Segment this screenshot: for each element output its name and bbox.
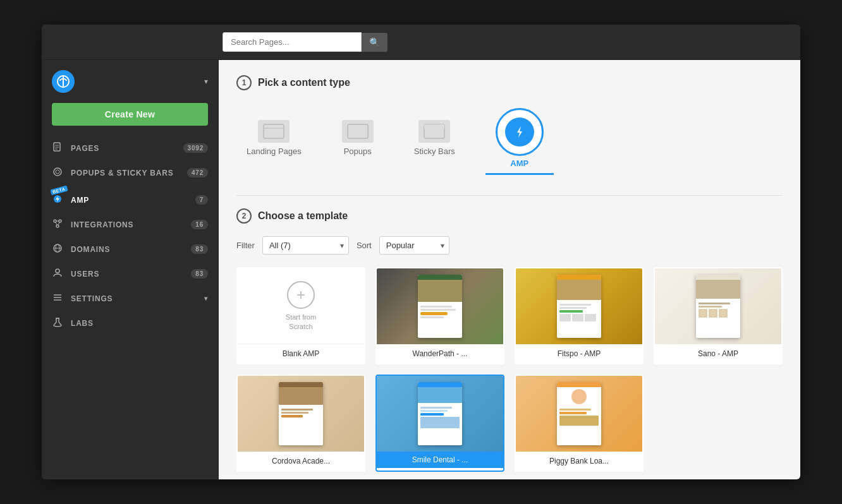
template-preview-piggy	[516, 376, 642, 452]
step1-title: Pick a content type	[258, 77, 350, 88]
filter-sort-row: Filter All (7) Ecommerce Lead Generation…	[236, 236, 783, 255]
domains-label: DOMAINS	[71, 245, 110, 254]
top-bar: 🔍	[42, 25, 800, 60]
svg-point-9	[54, 220, 56, 222]
template-name-blank: Blank AMP	[238, 344, 364, 363]
labs-label: LABS	[71, 319, 94, 328]
popups-badge: 472	[187, 168, 208, 177]
sort-label: Sort	[357, 241, 372, 250]
sidebar-item-popups[interactable]: POPUPS & STICKY BARS 472	[42, 160, 218, 185]
step2-title: Choose a template	[258, 210, 348, 222]
content-type-popups[interactable]: Popups	[332, 115, 384, 163]
template-name-cordova: Cordova Acade...	[238, 452, 364, 471]
sidebar-item-amp[interactable]: BETA AMP 7	[42, 185, 218, 212]
users-label: USERS	[71, 270, 99, 279]
template-preview-smile	[377, 376, 503, 452]
integrations-label: INTEGRATIONS	[71, 220, 133, 229]
popups-type-label: Popups	[344, 147, 372, 156]
template-name-piggy: Piggy Bank Loa...	[516, 452, 642, 471]
template-card-smile[interactable]: Smile Dental - ...	[375, 375, 504, 472]
app-body: ▾ Create New PAGES 3092 POPUPS & STIC	[42, 60, 800, 479]
sidebar-dropdown-arrow[interactable]: ▾	[204, 77, 208, 86]
svg-marker-31	[517, 126, 522, 138]
amp-inner-circle	[505, 117, 534, 147]
sidebar-nav: PAGES 3092 POPUPS & STICKY BARS 472 BETA…	[42, 136, 218, 469]
template-card-piggy[interactable]: Piggy Bank Loa...	[515, 375, 644, 472]
sidebar-item-pages[interactable]: PAGES 3092	[42, 136, 218, 160]
amp-type-icon	[496, 108, 544, 156]
create-new-button[interactable]: Create New	[52, 103, 208, 126]
template-preview-sano	[655, 268, 781, 344]
logo-row: ▾	[42, 70, 218, 103]
template-preview-cordova	[238, 376, 364, 452]
mini-page-wanderpath	[418, 275, 462, 338]
sidebar-item-settings[interactable]: SETTINGS ▾	[42, 286, 218, 311]
integrations-badge: 16	[191, 220, 208, 229]
svg-point-5	[54, 168, 61, 176]
sidebar-item-integrations[interactable]: INTEGRATIONS 16	[42, 212, 218, 237]
search-container: 🔍	[223, 32, 387, 52]
content-type-amp[interactable]: AMP	[485, 103, 554, 175]
template-preview-wanderpath	[377, 268, 503, 344]
sort-select[interactable]: Popular Newest Alphabetical	[379, 236, 449, 255]
pages-badge: 3092	[183, 143, 208, 153]
sidebar-item-labs[interactable]: LABS	[42, 311, 218, 335]
filter-select[interactable]: All (7) Ecommerce Lead Generation	[262, 236, 349, 255]
mini-page-fitspo	[557, 275, 601, 338]
amp-type-label: AMP	[510, 159, 528, 168]
landing-pages-label: Landing Pages	[247, 147, 302, 156]
mini-page-sano	[696, 275, 740, 338]
content-type-sticky-bars[interactable]: Sticky Bars	[404, 115, 465, 163]
search-input[interactable]	[223, 32, 362, 52]
integrations-icon	[52, 219, 63, 231]
users-icon	[52, 268, 63, 280]
template-card-blank[interactable]: + Start fromScratch Blank AMP	[236, 267, 365, 364]
sort-select-wrapper: Popular Newest Alphabetical	[379, 236, 449, 255]
svg-rect-25	[266, 131, 281, 133]
template-name-wanderpath: WanderPath - ...	[377, 344, 503, 363]
template-card-fitspo[interactable]: Fitspo - AMP	[515, 267, 644, 364]
settings-arrow: ▾	[204, 295, 208, 302]
filter-label: Filter	[236, 241, 255, 250]
amp-label: AMP	[71, 196, 89, 205]
mini-page-smile	[418, 382, 462, 445]
template-name-sano: Sano - AMP	[655, 344, 781, 363]
svg-rect-30	[424, 124, 444, 129]
logo	[52, 70, 75, 93]
users-badge: 83	[191, 269, 208, 279]
template-preview-fitspo	[516, 268, 642, 344]
choose-template-header: 2 Choose a template	[236, 208, 783, 224]
labs-icon	[52, 317, 63, 329]
mini-page-piggy	[557, 382, 601, 445]
template-card-wanderpath[interactable]: WanderPath - ...	[375, 267, 504, 364]
domains-icon	[52, 243, 63, 255]
svg-point-18	[56, 269, 59, 273]
domains-badge: 83	[191, 244, 208, 254]
pages-label: PAGES	[71, 144, 99, 153]
popups-label: POPUPS & STICKY BARS	[71, 169, 173, 177]
popups-icon	[52, 167, 63, 179]
sidebar-item-domains[interactable]: DOMAINS 83	[42, 237, 218, 261]
svg-point-6	[56, 170, 59, 174]
template-name-fitspo: Fitspo - AMP	[516, 344, 642, 363]
section-divider	[236, 195, 783, 196]
sidebar: ▾ Create New PAGES 3092 POPUPS & STIC	[42, 60, 219, 479]
mini-page-cordova	[279, 382, 323, 445]
svg-line-14	[58, 222, 59, 225]
template-card-sano[interactable]: Sano - AMP	[654, 267, 783, 364]
popups-type-icon	[342, 120, 374, 143]
step1-number: 1	[236, 75, 252, 90]
settings-label: SETTINGS	[71, 294, 113, 303]
template-card-cordova[interactable]: Cordova Acade...	[236, 375, 365, 472]
sidebar-item-users[interactable]: USERS 83	[42, 261, 218, 286]
search-button[interactable]: 🔍	[362, 33, 387, 52]
content-types: Landing Pages Popups Sticky Bars	[236, 103, 783, 180]
sticky-bars-label: Sticky Bars	[414, 147, 455, 156]
template-name-smile: Smile Dental - ...	[377, 452, 503, 468]
pick-content-type-header: 1 Pick a content type	[236, 75, 783, 90]
content-type-landing-pages[interactable]: Landing Pages	[236, 115, 312, 163]
svg-line-13	[56, 222, 57, 225]
settings-icon	[52, 292, 63, 304]
template-preview-blank: + Start fromScratch	[238, 268, 364, 344]
svg-rect-28	[351, 128, 364, 135]
